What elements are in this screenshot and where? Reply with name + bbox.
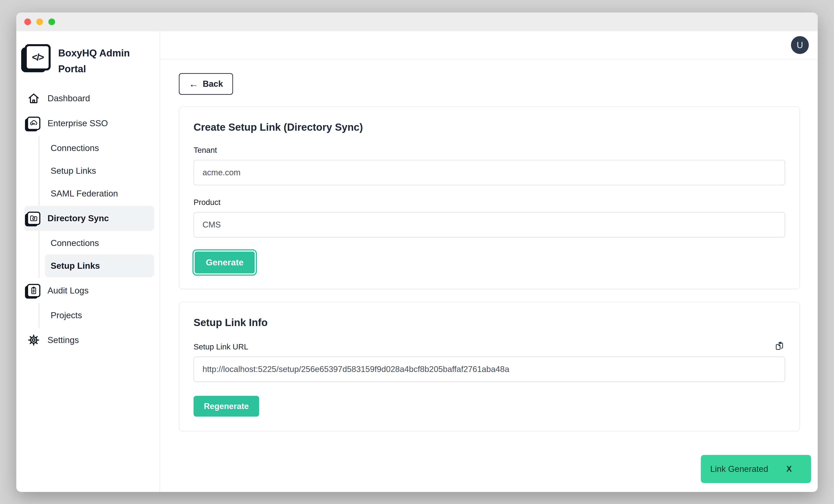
top-header: U (160, 31, 818, 59)
brand-title: BoxyHQ Admin Portal (58, 45, 154, 77)
app-window: </> BoxyHQ Admin Portal Dashboard (16, 13, 818, 492)
sidebar-item-label: Connections (51, 238, 99, 248)
sidebar-item-sso-connections[interactable]: Connections (45, 137, 154, 159)
arrow-left-icon: ← (189, 80, 198, 89)
sidebar-item-audit-logs[interactable]: Audit Logs (24, 278, 154, 303)
page-body: ← Back Create Setup Link (Directory Sync… (160, 59, 818, 492)
sidebar-item-label: Dashboard (47, 93, 90, 103)
clipboard-copy-icon (774, 349, 785, 352)
back-button[interactable]: ← Back (179, 73, 233, 95)
create-setup-link-card: Create Setup Link (Directory Sync) Tenan… (179, 106, 800, 289)
sidebar-item-label: Projects (51, 310, 82, 320)
sidebar-item-label: Setup Links (51, 166, 96, 176)
tenant-input[interactable] (194, 160, 785, 185)
sidebar-item-projects[interactable]: Projects (45, 304, 154, 327)
setup-link-url-label: Setup Link URL (194, 342, 248, 351)
main-content: U ← Back Create Setup Link (Directory Sy… (160, 31, 818, 492)
sidebar-item-label: Connections (51, 143, 99, 153)
sidebar-item-label: Settings (47, 335, 79, 345)
sidebar-item-enterprise-sso[interactable]: Enterprise SSO (24, 111, 154, 136)
window-titlebar (16, 13, 818, 31)
sidebar-item-dsync-setup-links[interactable]: Setup Links (45, 255, 154, 277)
sidebar-item-label: Setup Links (51, 261, 100, 271)
copy-button[interactable] (774, 341, 785, 351)
zoom-window-button[interactable] (48, 19, 55, 25)
code-glyph: </> (25, 44, 51, 70)
sidebar-item-saml-federation[interactable]: SAML Federation (45, 182, 154, 205)
minimize-window-button[interactable] (36, 19, 43, 25)
toast-link-generated: Link Generated X (701, 455, 811, 483)
gear-icon (26, 334, 41, 347)
clipboard-keycap-icon (26, 284, 41, 297)
close-window-button[interactable] (24, 19, 31, 25)
sidebar-item-directory-sync[interactable]: Directory Sync (24, 206, 154, 231)
sidebar-item-dashboard[interactable]: Dashboard (24, 86, 154, 111)
sidebar-item-label: Directory Sync (47, 214, 109, 223)
sidebar-group-audit-logs: Projects (39, 303, 154, 328)
sidebar-group-enterprise-sso: Connections Setup Links SAML Federation (39, 136, 154, 206)
brand-code-keycap-icon: </> (25, 44, 51, 70)
user-avatar[interactable]: U (791, 36, 809, 54)
setup-link-info-card: Setup Link Info Setup Link URL (179, 302, 800, 431)
regenerate-button[interactable]: Regenerate (194, 396, 259, 417)
sidebar-item-settings[interactable]: Settings (24, 328, 154, 353)
sidebar-nav: Dashboard (24, 86, 154, 353)
sidebar-item-label: SAML Federation (51, 189, 118, 198)
sidebar-group-directory-sync: Connections Setup Links (39, 231, 154, 278)
product-input[interactable] (194, 212, 785, 238)
sidebar-item-label: Enterprise SSO (47, 118, 108, 128)
sidebar-item-label: Audit Logs (47, 286, 89, 295)
product-label: Product (194, 198, 785, 207)
back-button-label: Back (203, 79, 223, 89)
generate-button[interactable]: Generate (194, 250, 256, 275)
setup-link-url-input[interactable] (194, 357, 785, 382)
sidebar: </> BoxyHQ Admin Portal Dashboard (16, 31, 160, 492)
info-card-title: Setup Link Info (194, 316, 785, 328)
toast-message: Link Generated (710, 464, 768, 474)
url-label-row: Setup Link URL (194, 341, 785, 351)
toast-close-button[interactable]: X (786, 464, 792, 474)
create-card-title: Create Setup Link (Directory Sync) (194, 121, 785, 133)
sidebar-item-dsync-connections[interactable]: Connections (45, 232, 154, 255)
sidebar-item-sso-setup-links[interactable]: Setup Links (45, 159, 154, 182)
app-body: </> BoxyHQ Admin Portal Dashboard (16, 31, 818, 492)
brand[interactable]: </> BoxyHQ Admin Portal (24, 41, 154, 86)
tenant-label: Tenant (194, 146, 785, 155)
home-icon (26, 92, 41, 105)
folder-sync-keycap-icon (26, 212, 41, 225)
cloud-key-keycap-icon (26, 117, 41, 130)
